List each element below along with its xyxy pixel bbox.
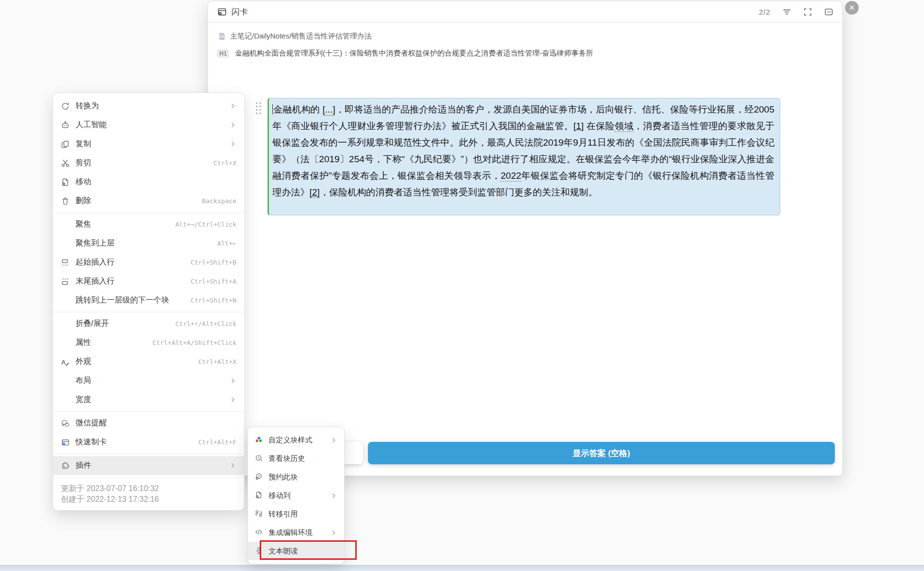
flashcard-icon [217, 7, 227, 17]
menu-separator [53, 454, 244, 454]
dialog-title: 闪卡 [231, 6, 248, 18]
created-timestamp: 创建于 2022-12-13 17:32:16 [61, 494, 236, 505]
text-segment-link[interactable]: [1] [574, 121, 584, 131]
chevron-right-icon [229, 121, 236, 129]
menu-item-copy[interactable]: 复制 [53, 134, 244, 153]
dialog-header: 闪卡 2/2 [208, 1, 842, 22]
menu-item-move[interactable]: 移动 [53, 172, 244, 191]
menu-item-view-block-history[interactable]: 查看块历史 [248, 449, 344, 468]
icon-spacer [61, 320, 70, 328]
copy-icon [61, 140, 70, 149]
updated-timestamp: 更新于 2023-07-07 16:10:32 [61, 483, 236, 494]
menu-item-tts[interactable]: 文本朗读 [248, 542, 344, 560]
menu-item-insert-line-start[interactable]: 起始插入行Ctrl+Shift+B [53, 253, 244, 272]
plugin-submenu: 自定义块样式查看块历史预约此块移动到转移引用集成编辑环境文本朗读 [248, 427, 345, 564]
menu-item-shortcut: Ctrl+Alt+A/Shift+Click [153, 339, 236, 346]
flashcard-dialog: 闪卡 2/2 主笔记/DailyNotes/销售适当性评估管理办法 H1 金融机… [208, 1, 843, 476]
menu-item-shortcut: Backspace [202, 197, 236, 205]
menu-item-custom-block-style[interactable]: 自定义块样式 [248, 431, 344, 449]
delete-icon [61, 197, 70, 206]
menu-item-quick-flashcard[interactable]: 快速制卡Ctrl+Alt+F [53, 433, 244, 452]
ai-icon [61, 121, 70, 130]
menu-item-label: 快速制卡 [76, 437, 107, 447]
menu-separator [53, 411, 244, 412]
menu-item-layout[interactable]: 布局 [53, 371, 244, 390]
menu-item-shortcut: Ctrl+Alt+X [198, 358, 236, 365]
menu-item-label: 宽度 [76, 395, 91, 405]
menu-item-label: 跳转到上一层级的下一个块 [76, 295, 169, 305]
text-segment-link-dashed[interactable]: [2] [309, 187, 320, 198]
menu-separator [53, 212, 244, 213]
card-content-block[interactable]: 金融机构的 [...]，即将适当的产品推介给适当的客户，发源自美国的证券市场，后… [268, 98, 780, 215]
menu-item-focus[interactable]: 聚焦Alt+→/Ctrl+Click [53, 215, 244, 234]
menu-item-ai[interactable]: 人工智能 [53, 115, 244, 134]
chevron-right-icon [229, 377, 236, 384]
menu-item-label: 自定义块样式 [269, 436, 312, 445]
menu-item-move-to[interactable]: 移动到 [248, 486, 344, 505]
show-answer-button[interactable]: 显示答案 (空格) [368, 442, 835, 464]
menu-item-label: 聚焦 [76, 219, 91, 229]
chevron-right-icon [229, 140, 236, 148]
menu-item-cut[interactable]: 剪切Ctrl+X [53, 153, 244, 172]
menu-item-jump-next-block[interactable]: 跳转到上一层级的下一个块Ctrl+Shift+N [53, 291, 244, 310]
menu-item-label: 预约此块 [269, 473, 298, 482]
breadcrumb: 主笔记/DailyNotes/销售适当性评估管理办法 [218, 32, 372, 41]
menu-item-shortcut: Ctrl+↑/Alt+Click [175, 320, 236, 327]
menu-item-plugin[interactable]: 插件 [53, 456, 244, 475]
menu-item-shortcut: Ctrl+Shift+B [191, 259, 236, 266]
wechat-icon [61, 419, 70, 428]
block-style-icon [255, 436, 264, 444]
menu-item-shortcut: Ctrl+Shift+N [191, 297, 236, 304]
menu-item-label: 集成编辑环境 [269, 528, 312, 537]
filter-icon[interactable] [782, 7, 791, 17]
icon-spacer [61, 396, 70, 404]
menu-item-transfer-reference[interactable]: 转移引用 [248, 505, 344, 523]
menu-item-label: 插件 [76, 460, 91, 471]
menu-item-focus-parent[interactable]: 聚焦到上层Alt+← [53, 234, 244, 253]
menu-item-wechat-reminder[interactable]: 微信提醒 [53, 414, 244, 433]
menu-item-label: 转移引用 [269, 510, 298, 519]
menu-item-fold-toggle[interactable]: 折叠/展开Ctrl+↑/Alt+Click [53, 314, 244, 333]
close-icon[interactable]: ✕ [845, 1, 859, 15]
move-icon [61, 178, 70, 187]
menu-item-label: 微信提醒 [76, 418, 107, 428]
move-to-icon [255, 491, 264, 500]
menu-item-label: 布局 [76, 376, 91, 386]
text-segment-dashed: 领域 [615, 121, 634, 132]
icon-spacer [61, 220, 70, 229]
menu-item-width[interactable]: 宽度 [53, 390, 244, 409]
icon-spacer [61, 239, 70, 248]
chevron-right-icon [330, 529, 337, 536]
card-heading-row: H1 金融机构全面合规管理系列(十三)：保险销售中消费者权益保护的合规要点之消费… [217, 49, 593, 58]
cut-icon [61, 159, 70, 168]
menu-item-convert-to[interactable]: 转换为 [53, 96, 244, 115]
convert-icon [61, 102, 70, 111]
svg-text:A: A [61, 359, 66, 366]
breadcrumb-path: 主笔记/DailyNotes/销售适当性评估管理办法 [230, 32, 372, 41]
menu-item-appearance[interactable]: A外观Ctrl+Alt+X [53, 352, 244, 371]
menu-item-delete[interactable]: 删除Backspace [53, 191, 244, 210]
menu-item-shortcut: Ctrl+Shift+A [191, 278, 236, 285]
plugin-icon [61, 461, 70, 470]
transfer-ref-icon [255, 510, 264, 518]
chevron-right-icon [229, 462, 236, 469]
icon-spacer [61, 339, 70, 347]
card-counter: 2/2 [759, 8, 770, 16]
text-segment: 金融机构的 [273, 104, 323, 114]
menu-item-label: 折叠/展开 [76, 319, 109, 329]
menu-item-schedule-block[interactable]: 预约此块 [248, 468, 344, 486]
icon-spacer [61, 377, 70, 385]
menu-item-insert-line-end[interactable]: 末尾插入行Ctrl+Shift+A [53, 272, 244, 291]
taskbar-edge [0, 565, 924, 571]
block-drag-handle[interactable] [255, 101, 262, 115]
menu-item-ide[interactable]: 集成编辑环境 [248, 523, 344, 542]
fullscreen-icon[interactable] [803, 7, 812, 17]
icon-spacer [61, 296, 70, 305]
text-segment: ，保险机构的消费者适当性管理将受到监管部门更多的关注和规制。 [320, 187, 597, 197]
menu-item-label: 剪切 [76, 158, 91, 168]
chevron-right-icon [229, 102, 236, 110]
menu-item-label: 属性 [76, 338, 91, 348]
menu-item-attributes[interactable]: 属性Ctrl+Alt+A/Shift+Click [53, 333, 244, 352]
menu-item-shortcut: Alt+← [217, 240, 236, 247]
card-actions-icon[interactable] [824, 7, 833, 17]
